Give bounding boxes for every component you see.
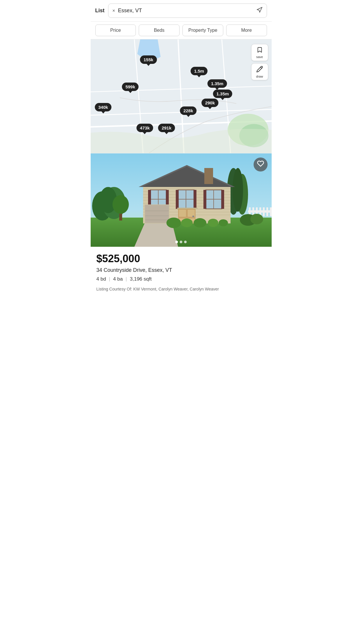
- filter-bar: Price Beds Property Type More: [91, 22, 272, 39]
- svg-rect-60: [177, 208, 198, 209]
- bookmark-icon: [256, 47, 263, 55]
- property-price: $525,000: [96, 253, 266, 265]
- price-pin-473k[interactable]: 473k: [136, 124, 153, 132]
- location-icon[interactable]: [256, 7, 263, 15]
- more-filter-button[interactable]: More: [226, 24, 267, 36]
- close-icon[interactable]: ×: [113, 8, 115, 13]
- svg-rect-49: [194, 190, 196, 209]
- svg-rect-23: [263, 207, 265, 216]
- price-pin-1.35m-2[interactable]: 1.35m: [213, 90, 233, 98]
- price-pin-290k[interactable]: 290k: [202, 99, 218, 107]
- baths-spec: 4 ba: [113, 276, 123, 282]
- svg-rect-39: [204, 168, 213, 184]
- spec-divider-1: |: [109, 276, 110, 282]
- favorite-button[interactable]: [254, 158, 268, 172]
- svg-point-59: [192, 216, 194, 217]
- save-label: save: [256, 55, 263, 59]
- svg-marker-0: [257, 7, 262, 12]
- price-pin-340k[interactable]: 340k: [95, 103, 111, 111]
- draw-label: draw: [256, 75, 263, 78]
- price-pin-155k[interactable]: 155k: [140, 55, 157, 64]
- price-pin-228k[interactable]: 228k: [180, 106, 196, 115]
- price-pin-599k[interactable]: 599k: [122, 83, 138, 91]
- property-photo[interactable]: [91, 153, 272, 247]
- heart-icon: [257, 160, 264, 169]
- svg-rect-54: [221, 190, 224, 209]
- sqft-spec: 3,196 sqft: [130, 276, 152, 282]
- property-specs: 4 bd | 4 ba | 3,196 sqft: [96, 276, 266, 282]
- search-bar: × Essex, VT: [108, 4, 267, 18]
- svg-rect-27: [143, 188, 231, 189]
- svg-rect-48: [176, 190, 179, 209]
- svg-rect-62: [145, 205, 169, 223]
- listing-courtesy: Listing Courtesy Of: KW Vermont, Carolyn…: [96, 287, 266, 291]
- draw-icon: [256, 66, 263, 74]
- price-pin-1.5m[interactable]: 1.5m: [191, 67, 208, 75]
- spec-divider-2: |: [126, 276, 127, 282]
- save-map-button[interactable]: save: [251, 44, 268, 61]
- carousel-dot-2[interactable]: [180, 241, 182, 243]
- carousel-dot-3[interactable]: [184, 241, 187, 243]
- price-pin-1.35m-1[interactable]: 1.35m: [208, 79, 227, 88]
- draw-button[interactable]: draw: [251, 63, 268, 80]
- carousel-dot-1[interactable]: [175, 241, 178, 243]
- map-view[interactable]: 155k 1.5m 599k 1.35m 1.35m 290k 340k 228…: [91, 39, 272, 153]
- svg-point-67: [166, 218, 181, 228]
- list-view-button[interactable]: List: [95, 8, 105, 14]
- svg-point-68: [181, 218, 193, 227]
- property-address: 34 Countryside Drive, Essex, VT: [96, 267, 266, 273]
- svg-point-75: [250, 214, 263, 224]
- svg-rect-24: [266, 207, 268, 216]
- beds-spec: 4 bd: [96, 276, 106, 282]
- price-filter-button[interactable]: Price: [95, 24, 136, 36]
- svg-point-70: [208, 219, 218, 227]
- svg-point-69: [194, 218, 206, 228]
- svg-point-73: [113, 195, 129, 214]
- svg-point-17: [233, 168, 243, 212]
- beds-filter-button[interactable]: Beds: [139, 24, 180, 36]
- carousel-dots: [175, 241, 187, 243]
- search-input[interactable]: Essex, VT: [118, 8, 253, 14]
- svg-rect-56: [179, 209, 186, 217]
- price-pin-291k[interactable]: 291k: [158, 124, 175, 132]
- property-details: $525,000 34 Countryside Drive, Essex, VT…: [91, 247, 272, 298]
- svg-point-71: [219, 219, 228, 226]
- property-type-filter-button[interactable]: Property Type: [182, 24, 223, 36]
- svg-rect-25: [270, 207, 272, 216]
- header: List × Essex, VT: [91, 0, 272, 22]
- svg-rect-53: [203, 190, 206, 209]
- map-actions: save draw: [251, 44, 268, 80]
- property-card: $525,000 34 Countryside Drive, Essex, VT…: [91, 153, 272, 298]
